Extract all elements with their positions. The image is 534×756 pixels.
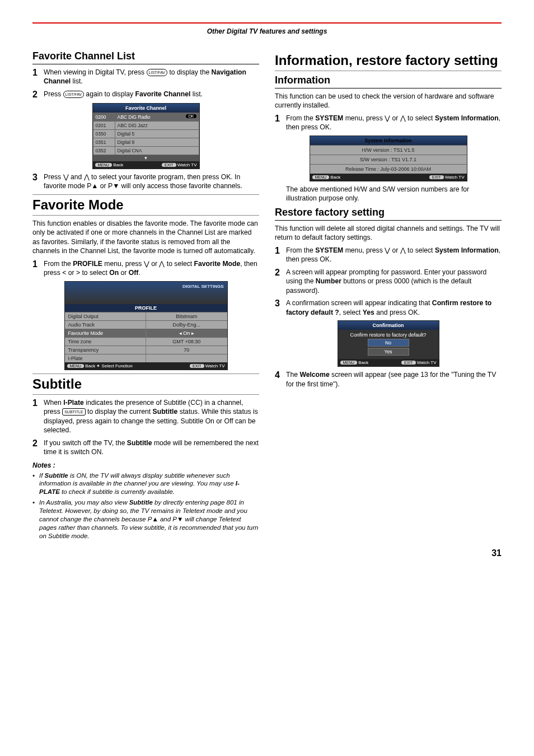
heading-favorite-mode: Favorite Mode xyxy=(32,194,259,216)
subtitle-step-2: 2 If you switch off the TV, the Subtitle… xyxy=(32,438,259,457)
left-arrow-icon: ◂ xyxy=(179,330,182,336)
restore-step-3: 3 A confirmation screen will appear indi… xyxy=(275,298,502,317)
system-info-osd: System Information H/W version : TS1 V1.… xyxy=(310,136,467,181)
heading-subtitle: Subtitle xyxy=(32,374,259,395)
list-fav-icon: LIST/FAV xyxy=(63,91,84,98)
favmode-step-1: 1 From the PROFILE menu, press ⋁ or ⋀ to… xyxy=(32,259,259,278)
favorite-channel-osd: Favorite Channel 0200ABC DiG Radio OK 02… xyxy=(92,103,200,169)
profile-osd: DIGITAL SETTINGS PROFILE Digital OutputB… xyxy=(64,281,228,370)
heading-information: Information xyxy=(275,74,502,88)
heading-favorite-channel-list: Favorite Channel List xyxy=(32,50,259,64)
info-step-1: 1 From the SYSTEM menu, press ⋁ or ⋀ to … xyxy=(275,114,502,132)
fav-channel-table: 0200ABC DiG Radio OK 0201ABC DiG Jazz 03… xyxy=(93,113,199,155)
confirm-no-button: No xyxy=(368,339,409,347)
info-after-text: The above mentioned H/W and S/W version … xyxy=(275,185,502,203)
restore-intro: This function will delete all stored dig… xyxy=(275,224,502,242)
info-intro: This function can be used to check the v… xyxy=(275,92,502,110)
fav-step-1: 1 When viewing in Digital TV, press LIST… xyxy=(32,68,259,86)
header-bar: Other Digital TV features and settings xyxy=(32,22,502,36)
restore-step-1: 1 From the SYSTEM menu, press ⋁ or ⋀ to … xyxy=(275,246,502,264)
right-arrow-icon: ▸ xyxy=(191,330,194,336)
right-column: Information, restore factory setting Inf… xyxy=(275,47,502,543)
fav-step-3: 3 Press ⋁ and ⋀ to select your favorite … xyxy=(32,172,259,191)
heading-info-restore: Information, restore factory setting xyxy=(275,50,502,71)
note-2: •In Australia, you may also view Subtitl… xyxy=(32,498,259,540)
confirmation-osd: Confirmation Confirm restore to factory … xyxy=(338,320,439,367)
scroll-down-icon: ▼ xyxy=(93,155,199,161)
confirm-yes-button: Yes xyxy=(368,348,409,356)
subtitle-button-icon: SUBTITLE xyxy=(62,408,85,416)
fav-step-2: 2 Press LIST/FAV again to display Favori… xyxy=(32,90,259,100)
note-1: •If Subtitle is ON, the TV will always d… xyxy=(32,472,259,497)
favorite-mode-intro: This function enables or disables the fa… xyxy=(32,219,259,256)
header-text: Other Digital TV features and settings xyxy=(207,27,327,35)
list-fav-icon: LIST/FAV xyxy=(147,69,167,76)
notes-heading: Notes : xyxy=(32,461,259,469)
subtitle-step-1: 1 When I-Plate indicates the presence of… xyxy=(32,398,259,435)
restore-step-2: 2 A screen will appear prompting for pas… xyxy=(275,268,502,295)
left-column: Favorite Channel List 1 When viewing in … xyxy=(32,47,259,543)
page-number: 31 xyxy=(32,548,502,558)
restore-step-4: 4 The Welcome screen will appear (see pa… xyxy=(275,370,502,389)
heading-restore: Restore factory setting xyxy=(275,207,502,221)
